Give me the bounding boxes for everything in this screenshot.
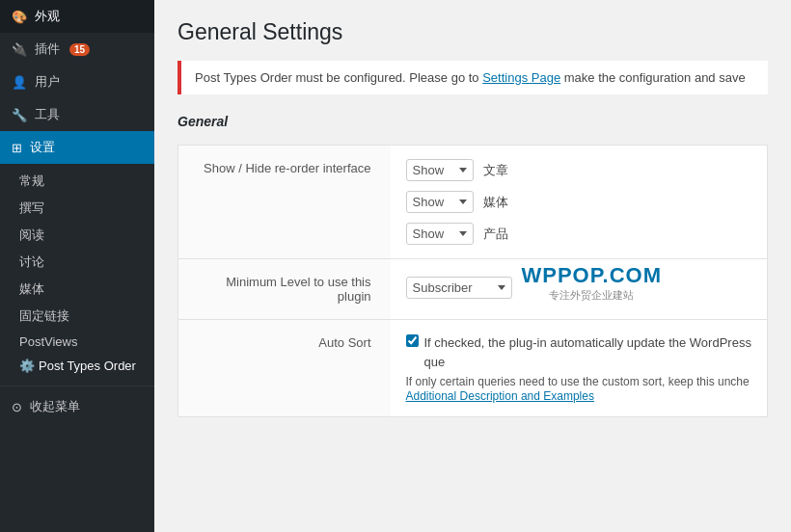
sidebar-sub-posttypesorder[interactable]: ⚙️ Post Types Order [0,354,154,378]
wppop-branding: WPPOP.COM 专注外贸企业建站 [522,263,663,303]
sidebar-label-settings: 设置 [30,139,55,156]
show-hide-row-2: Show Hide 媒体 [406,191,752,213]
sidebar-label-users: 用户 [35,73,60,91]
posttypesorder-icon: ⚙️ [19,359,35,373]
sidebar-sub-label-permalinks: 固定链接 [19,307,69,325]
min-level-controls: Subscriber Editor Author Administrator W… [391,259,768,320]
sidebar-sub-label-posttypesorder: Post Types Order [39,359,136,373]
sidebar-sub-reading[interactable]: 阅读 [0,222,154,249]
paint-brush-icon: 🎨 [12,10,27,24]
settings-table: Show / Hide re-order interface Show Hide… [177,145,768,417]
sidebar-item-tools[interactable]: 🔧 工具 [0,98,154,131]
auto-sort-text1: If checked, the plug-in automatically up… [424,333,752,371]
auto-sort-controls: If checked, the plug-in automatically up… [391,320,768,417]
show-hide-label: Show / Hide re-order interface [178,146,391,259]
min-level-row: Minimum Level to use this plugin Subscri… [178,259,768,320]
sidebar-label-tools: 工具 [35,106,60,123]
wppop-main-text: WPPOP.COM [522,263,663,288]
sidebar-item-users[interactable]: 👤 用户 [0,66,154,98]
show-hide-select-1[interactable]: Show Hide [406,159,474,181]
sidebar-sub-writing[interactable]: 撰写 [0,195,154,222]
section-title: General [177,114,768,129]
min-level-select[interactable]: Subscriber Editor Author Administrator [406,277,512,299]
sidebar-item-appearance[interactable]: 🎨 外观 [0,0,154,33]
collapse-menu-item[interactable]: ⊙ 收起菜单 [0,390,154,423]
settings-subitems: 常规 撰写 阅读 讨论 媒体 固定链接 PostViews ⚙️ Post [0,164,154,382]
show-hide-select-3[interactable]: Show Hide [406,223,474,245]
wppop-sub-text: 专注外贸企业建站 [522,288,663,303]
sidebar-sub-label-discussion: 讨论 [19,253,44,271]
sidebar-sub-label-postviews: PostViews [19,334,77,349]
notice-text-after: make the configuration and save [560,70,746,85]
auto-sort-label: Auto Sort [178,320,391,417]
sidebar-sub-label-general: 常规 [19,173,44,190]
auto-sort-text2: If only certain queries need to use the … [406,375,752,388]
sidebar-sub-media[interactable]: 媒体 [0,276,154,303]
plugin-icon: 🔌 [12,42,27,57]
auto-sort-checkbox-row: If checked, the plug-in automatically up… [406,333,752,371]
main-content: General Settings Post Types Order must b… [154,0,791,532]
auto-sort-row: Auto Sort If checked, the plug-in automa… [178,320,768,417]
sidebar-item-settings[interactable]: ⊞ 设置 [0,131,154,164]
min-level-label: Minimum Level to use this plugin [178,259,391,320]
collapse-label: 收起菜单 [30,398,80,415]
sidebar-item-plugins[interactable]: 🔌 插件 15 [0,33,154,66]
show-hide-row-1: Show Hide 文章 [406,159,752,181]
user-icon: 👤 [12,75,27,90]
settings-page-link[interactable]: Settings Page [482,70,560,85]
sidebar-label-appearance: 外观 [35,8,60,25]
sidebar-divider [0,386,154,386]
notice-text: Post Types Order must be configured. Ple… [195,70,482,85]
show-hide-item-2: 媒体 [483,194,508,211]
sidebar-sub-postviews[interactable]: PostViews [0,330,154,354]
wrench-icon: 🔧 [12,108,27,122]
sidebar-sub-label-media: 媒体 [19,280,44,298]
show-hide-controls: Show Hide 文章 Show Hide 媒体 Show Hide [391,146,768,259]
show-hide-row: Show / Hide re-order interface Show Hide… [178,146,768,259]
sidebar-sub-general[interactable]: 常规 [0,168,154,195]
show-hide-item-1: 文章 [483,162,508,179]
settings-icon: ⊞ [12,141,22,155]
sidebar-sub-discussion[interactable]: 讨论 [0,249,154,276]
auto-sort-checkbox[interactable] [406,334,419,347]
sidebar-sub-label-writing: 撰写 [19,200,44,217]
sidebar-sub-label-reading: 阅读 [19,226,44,244]
sidebar-label-plugins: 插件 [35,40,60,58]
collapse-icon: ⊙ [12,400,22,414]
page-title: General Settings [177,19,768,45]
notice-warning: Post Types Order must be configured. Ple… [177,61,768,94]
sidebar-sub-permalinks[interactable]: 固定链接 [0,303,154,330]
show-hide-select-2[interactable]: Show Hide [406,191,474,213]
show-hide-row-3: Show Hide 产品 [406,223,752,245]
sidebar: 🎨 外观 🔌 插件 15 👤 用户 🔧 工具 ⊞ 设置 常规 撰写 [0,0,154,532]
show-hide-item-3: 产品 [483,226,508,243]
sidebar-items: 🎨 外观 🔌 插件 15 👤 用户 🔧 工具 ⊞ 设置 常规 撰写 [0,0,154,423]
additional-description-link[interactable]: Additional Description and Examples [406,389,594,403]
plugins-badge: 15 [69,43,90,56]
